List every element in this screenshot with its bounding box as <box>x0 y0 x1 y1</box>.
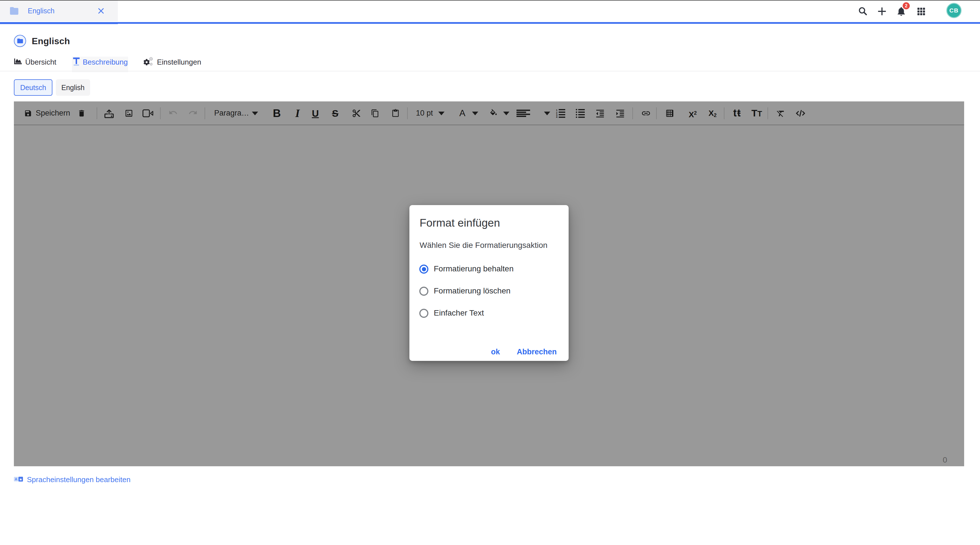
svg-text:A: A <box>15 477 17 481</box>
svg-text:★: ★ <box>19 477 22 481</box>
